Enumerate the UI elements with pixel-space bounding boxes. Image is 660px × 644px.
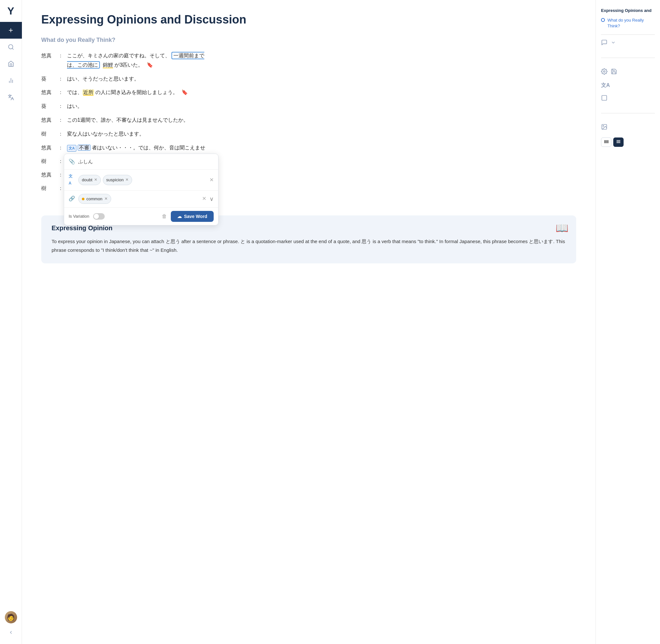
popup-actions-row: Is Variation 🗑 ☁ Save Word bbox=[64, 208, 218, 225]
rp-comment-row bbox=[601, 39, 655, 47]
dialogue-line-2: 葵 ： はい、そうだったと思います。 bbox=[41, 74, 576, 84]
bar-view-button[interactable] bbox=[601, 138, 611, 147]
popup-tags: doubt ✕ suspicion ✕ ✕ bbox=[78, 175, 214, 185]
rp-translate-row: 文A bbox=[601, 82, 655, 89]
speaker-1: 悠真 bbox=[41, 51, 58, 60]
sidebar-item-translate[interactable] bbox=[0, 89, 22, 106]
translation-badge: 文A bbox=[67, 145, 76, 152]
translate-panel-icon[interactable]: 文A bbox=[601, 82, 610, 89]
comment-icon[interactable] bbox=[601, 39, 608, 47]
opinion-box-title: Expressing Opinion bbox=[51, 225, 566, 232]
svg-rect-8 bbox=[604, 140, 605, 143]
translate-icon: 文A bbox=[69, 173, 75, 187]
rp-view-row bbox=[601, 138, 655, 147]
speaker-2: 葵 bbox=[41, 74, 58, 83]
right-panel-link[interactable]: What do you Really Think? bbox=[601, 17, 655, 29]
sidebar: Y + 🧑 bbox=[0, 0, 22, 644]
rp-image-row bbox=[601, 124, 655, 132]
link-icon: 🔗 bbox=[69, 194, 75, 204]
tag-suspicion-remove[interactable]: ✕ bbox=[125, 177, 129, 184]
rp-document-row bbox=[601, 95, 655, 103]
paperclip-icon: 📎 bbox=[69, 157, 75, 166]
rp-divider-2 bbox=[601, 113, 655, 113]
dialogue-text-6: 変な人はいなかったと思います。 bbox=[67, 130, 576, 139]
svg-point-7 bbox=[603, 125, 604, 126]
word-koi[interactable]: 錦鯉 bbox=[103, 62, 113, 68]
popup-category-tags: common ✕ ✕ ∨ bbox=[78, 194, 214, 204]
speaker-3: 悠真 bbox=[41, 88, 58, 97]
category-chevron[interactable]: ∨ bbox=[210, 194, 214, 204]
tag-common-remove[interactable]: ✕ bbox=[104, 196, 108, 203]
right-panel: Expressing Opinions and What do you Real… bbox=[596, 0, 660, 644]
dialogue-text-5: この1週間で、誰か、不審な人は見ませんでしたか。 bbox=[67, 116, 576, 125]
speaker-6: 樹 bbox=[41, 130, 58, 138]
word-fushin[interactable]: 不審 bbox=[78, 144, 91, 151]
rp-divider-1 bbox=[601, 58, 655, 58]
avatar[interactable]: 🧑 bbox=[5, 611, 17, 623]
tags-close-all[interactable]: ✕ bbox=[210, 176, 214, 185]
popup-trigger-word[interactable]: 文A不審 bbox=[67, 145, 91, 151]
delete-button[interactable]: 🗑 bbox=[162, 213, 167, 219]
speaker-10: 樹 bbox=[41, 184, 58, 192]
right-panel-dot-icon bbox=[601, 18, 605, 22]
save-icon[interactable] bbox=[611, 68, 617, 76]
right-panel-icons: 文A bbox=[601, 39, 655, 147]
popup-wrapper: 文A不審 📎 ふしん 文A doubt ✕ bbox=[67, 143, 91, 153]
dialogue-line-7: 悠真 ： 文A不審 📎 ふしん 文A bbox=[41, 143, 576, 153]
save-word-button[interactable]: ☁ Save Word bbox=[171, 211, 214, 222]
popup-reading: ふしん bbox=[78, 157, 214, 166]
svg-rect-5 bbox=[602, 95, 607, 100]
highlight-box-1: 一週間前までは、この池に bbox=[67, 52, 204, 69]
word-kinjo[interactable]: 近所 bbox=[83, 90, 94, 95]
dialogue-line-6: 樹 ： 変な人はいなかったと思います。 bbox=[41, 130, 576, 139]
toggle-knob bbox=[94, 214, 99, 219]
gear-icon[interactable] bbox=[601, 68, 608, 76]
tag-doubt-label: doubt bbox=[82, 176, 92, 184]
svg-rect-13 bbox=[616, 141, 620, 142]
svg-rect-9 bbox=[606, 140, 606, 143]
opinion-box-icon: 📖 bbox=[556, 222, 569, 234]
chevron-down-icon[interactable] bbox=[611, 40, 616, 47]
tag-doubt-remove[interactable]: ✕ bbox=[94, 177, 97, 184]
bookmark-icon-3[interactable]: 🔖 bbox=[181, 88, 188, 97]
tag-common[interactable]: common ✕ bbox=[78, 194, 111, 204]
speaker-5: 悠真 bbox=[41, 116, 58, 124]
sidebar-item-stats[interactable] bbox=[0, 72, 22, 89]
right-panel-title: Expressing Opinions and bbox=[601, 8, 655, 14]
dialogue-line-5: 悠真 ： この1週間で、誰か、不審な人は見ませんでしたか。 bbox=[41, 116, 576, 125]
svg-rect-14 bbox=[616, 142, 620, 143]
word-popup: 📎 ふしん 文A doubt ✕ suspicion bbox=[64, 154, 219, 225]
list-view-button[interactable] bbox=[613, 138, 623, 147]
bookmark-icon-1[interactable]: 🔖 bbox=[147, 61, 153, 70]
svg-rect-11 bbox=[608, 140, 609, 143]
dialogue-text-3: では、近所 の人に聞き込みを開始しましょう。 🔖 bbox=[67, 88, 576, 97]
add-button[interactable]: + bbox=[0, 22, 22, 39]
svg-rect-10 bbox=[607, 140, 607, 143]
dialogue-text-7: 文A不審 📎 ふしん 文A doubt ✕ bbox=[67, 143, 576, 153]
common-dot bbox=[82, 198, 84, 200]
variation-label: Is Variation bbox=[69, 212, 89, 220]
image-icon[interactable] bbox=[601, 124, 608, 132]
dialogue-line-3: 悠真 ： では、近所 の人に聞き込みを開始しましょう。 🔖 bbox=[41, 88, 576, 97]
main-content: Expressing Opinions and Discussion What … bbox=[22, 0, 596, 644]
tag-common-label: common bbox=[86, 195, 103, 203]
dialogue-line-4: 葵 ： はい。 bbox=[41, 102, 576, 111]
dialogue-text-4: はい。 bbox=[67, 102, 576, 111]
svg-point-4 bbox=[603, 70, 605, 72]
speaker-7: 悠真 bbox=[41, 143, 58, 152]
tag-doubt[interactable]: doubt ✕ bbox=[78, 175, 101, 185]
tag-suspicion[interactable]: suspicion ✕ bbox=[103, 175, 132, 185]
cloud-icon: ☁ bbox=[177, 214, 182, 219]
document-icon[interactable] bbox=[601, 95, 608, 103]
svg-rect-12 bbox=[616, 140, 620, 141]
variation-toggle[interactable] bbox=[93, 213, 105, 220]
category-close-all[interactable]: ✕ bbox=[202, 194, 206, 204]
sidebar-item-home[interactable] bbox=[0, 55, 22, 72]
sidebar-item-search[interactable] bbox=[0, 39, 22, 55]
dialogue-line-1: 悠真 ： ここが、キミさんの家の庭ですね。そして、 一週間前までは、この池に 錦… bbox=[41, 51, 576, 70]
speaker-9: 悠真 bbox=[41, 170, 58, 179]
popup-translations-row: 文A doubt ✕ suspicion ✕ ✕ bbox=[64, 170, 218, 190]
sidebar-collapse-button[interactable] bbox=[0, 626, 22, 639]
popup-reading-row: 📎 ふしん bbox=[64, 154, 218, 170]
app-logo: Y bbox=[0, 0, 22, 22]
